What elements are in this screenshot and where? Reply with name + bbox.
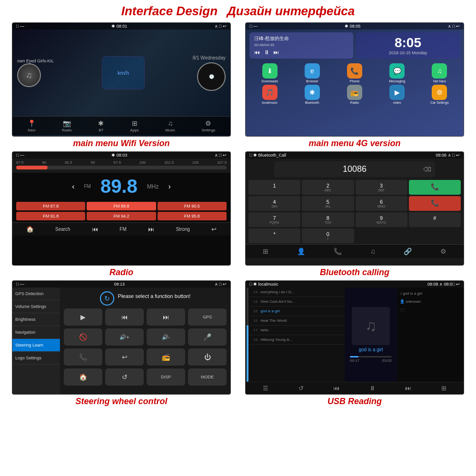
bt-bot-3[interactable]: 📞: [334, 248, 342, 255]
sidebar-logo[interactable]: Logo Settings: [12, 352, 60, 365]
steer-btn-back[interactable]: ↩: [105, 348, 144, 366]
sidebar-brightness[interactable]: Brightness: [12, 313, 60, 326]
steer-btn-play[interactable]: ▶: [64, 308, 102, 326]
strong-ctrl-label[interactable]: Strong: [176, 227, 189, 232]
key-1[interactable]: 1: [248, 180, 300, 195]
key-call[interactable]: 📞: [409, 180, 461, 195]
app-localmusic[interactable]: 🎵 localmusic: [249, 85, 290, 104]
heart-icon[interactable]: ♡: [400, 307, 461, 314]
key-7[interactable]: 7PQRS: [248, 212, 300, 227]
steer-btn-mode[interactable]: MODE: [188, 368, 227, 386]
vol-fill: [247, 325, 248, 382]
steering-refresh[interactable]: ↻: [100, 291, 114, 306]
nav-apps[interactable]: ⊞ Apps: [130, 119, 139, 132]
steer-btn-disp[interactable]: DISP: [147, 368, 185, 386]
key-6[interactable]: 6MNO: [356, 196, 407, 211]
steer-btn-undo[interactable]: ↺: [105, 368, 144, 386]
steer-btn-call[interactable]: 📞: [64, 348, 102, 366]
nav-navi[interactable]: 📍 Navi: [28, 119, 36, 132]
steer-btn-radio[interactable]: 📻: [147, 348, 185, 366]
app-netnavi[interactable]: ♫ Net Navi: [419, 63, 460, 83]
wifi-clock: 🕐: [197, 62, 226, 91]
usb-bot-next[interactable]: ⏭: [405, 385, 411, 392]
nav-bt[interactable]: ✱ BT: [98, 119, 104, 132]
key-endcall[interactable]: 📞: [409, 196, 461, 211]
app-browser[interactable]: e Browser: [292, 63, 332, 83]
preset-5[interactable]: FM 94.2: [87, 212, 156, 220]
steer-btn-mic[interactable]: 🎤: [188, 328, 227, 346]
key-5[interactable]: 5JKL: [302, 196, 354, 211]
usb-bot-play[interactable]: ⏸: [369, 385, 376, 392]
preset-1[interactable]: FM 87.8: [16, 202, 85, 210]
vol-track[interactable]: [247, 288, 248, 382]
freq-next[interactable]: ›: [168, 182, 170, 191]
key-4[interactable]: 4GHI: [248, 196, 300, 211]
radio-app-label: Radio: [350, 101, 359, 104]
radio-freq-track[interactable]: [16, 166, 227, 169]
search-ctrl-label[interactable]: Search: [55, 227, 70, 232]
app-messaging[interactable]: 💬 Messaging: [377, 63, 417, 83]
key-3[interactable]: 3DEF: [356, 180, 407, 195]
nav-music[interactable]: ♫ Music: [165, 119, 175, 132]
app-radio[interactable]: 📻 Radio: [334, 85, 375, 104]
messaging-label: Messaging: [389, 79, 405, 83]
preset-6[interactable]: FM 95.8: [158, 212, 227, 220]
preset-2[interactable]: FM 89.8: [87, 202, 156, 210]
key-9[interactable]: 9WXYZ: [356, 212, 407, 227]
steer-btn-volup[interactable]: 🔊+: [105, 328, 144, 346]
prev-ctrl[interactable]: ⏮: [92, 226, 98, 233]
key-hash[interactable]: #: [409, 212, 461, 227]
app-downloads[interactable]: ⬇ Downloads: [249, 63, 290, 83]
track-14[interactable]: 14.Glee Cast-Ain't No...: [249, 297, 345, 307]
key-star[interactable]: *: [248, 228, 300, 243]
sidebar-navigation[interactable]: Navigation: [12, 326, 60, 339]
track-16[interactable]: 16.Heal The World: [249, 316, 345, 326]
track-17[interactable]: 17.hello: [249, 326, 345, 335]
steer-btn-gps[interactable]: GPS: [188, 308, 227, 326]
bt-bot-1[interactable]: ⊞: [263, 248, 268, 255]
sidebar-gps[interactable]: GPS Detection: [12, 288, 60, 300]
preset-3[interactable]: FM 90.5: [158, 202, 227, 210]
track-18[interactable]: 18.Hillsong Young &...: [249, 335, 345, 345]
bt-bot-5[interactable]: 🔗: [404, 248, 412, 255]
usb-bot-eq[interactable]: ⊞: [441, 385, 446, 392]
usb-bot-prev[interactable]: ⏮: [333, 385, 339, 392]
app-phone[interactable]: 📞 Phone: [334, 63, 375, 83]
track-13[interactable]: 13.everything i do I D...: [249, 288, 345, 297]
usb-time-current: 00:17: [350, 358, 359, 363]
app-video[interactable]: ▶ video: [377, 85, 417, 104]
track-15[interactable]: 15.god is a girl: [249, 307, 345, 316]
nav-radio[interactable]: 📷 Radio: [62, 119, 72, 132]
usb-bot-list[interactable]: ☰: [263, 385, 268, 392]
steer-btn-mute[interactable]: 🚫: [64, 328, 102, 346]
key-0[interactable]: 0+: [302, 228, 354, 243]
steer-btn-power[interactable]: ⏻: [188, 348, 227, 366]
usb-bot-back[interactable]: ↺: [298, 385, 304, 392]
home-ctrl[interactable]: 🏠: [26, 226, 34, 233]
next-ctrl[interactable]: ⏭: [148, 226, 154, 233]
app-carsettings[interactable]: ⚙ Car Settings: [419, 85, 460, 104]
bt-backspace[interactable]: ⌫: [423, 166, 431, 173]
app-bluetooth[interactable]: ✱ Bluetooth: [292, 85, 332, 104]
bt-bot-4[interactable]: ♫: [370, 248, 376, 255]
screen-radio: □ — ✱ 08:03 ∧ □ ↩ 87.59092.595 97.510010…: [12, 151, 231, 266]
sidebar-volume[interactable]: Volume Settings: [12, 300, 60, 313]
sidebar-steering-learn[interactable]: Steering Learn: [12, 339, 60, 352]
usb-progress[interactable]: [350, 356, 392, 357]
freq-prev[interactable]: ‹: [72, 182, 74, 191]
steer-btn-home[interactable]: 🏠: [64, 368, 102, 386]
steer-btn-next[interactable]: ⏭: [147, 308, 185, 326]
steer-btn-voldn[interactable]: 🔊-: [147, 328, 185, 346]
prev-icon[interactable]: ⏮: [254, 49, 260, 56]
nav-settings[interactable]: ⚙ Settings: [201, 119, 215, 132]
next-icon[interactable]: ⏭: [273, 49, 279, 56]
key-8[interactable]: 8TUV: [302, 212, 354, 227]
back-ctrl[interactable]: ↩: [211, 226, 217, 233]
bt-bot-6[interactable]: ⚙: [440, 248, 446, 255]
preset-4[interactable]: FM 91.8: [16, 212, 85, 220]
fm-ctrl-label[interactable]: FM: [119, 227, 126, 232]
steer-btn-prev[interactable]: ⏮: [105, 308, 144, 326]
pause-icon[interactable]: ⏸: [264, 49, 269, 56]
key-2[interactable]: 2ABC: [302, 180, 354, 195]
bt-bot-2[interactable]: 👤: [297, 248, 305, 255]
